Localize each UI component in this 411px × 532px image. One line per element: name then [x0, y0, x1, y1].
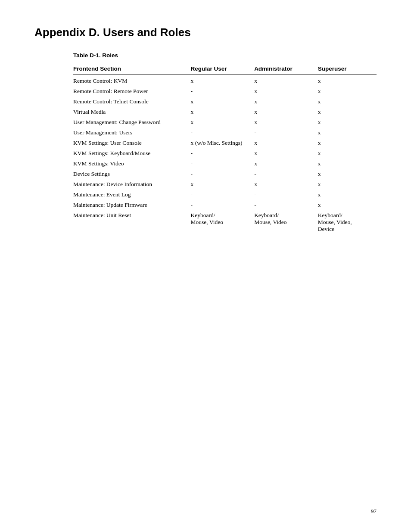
table-cell: x: [318, 179, 377, 190]
table-row: Virtual Mediaxxx: [73, 107, 377, 117]
table-cell: x: [254, 179, 318, 190]
table-cell: User Management: Change Password: [73, 117, 191, 128]
table-cell: x: [191, 96, 255, 107]
table-cell: KVM Settings: Video: [73, 159, 191, 169]
table-row: Maintenance: Event Log--x: [73, 190, 377, 200]
table-cell: x (w/o Misc. Settings): [191, 138, 255, 148]
table-cell: x: [254, 107, 318, 117]
table-cell: -: [191, 86, 255, 96]
table-cell: x: [254, 96, 318, 107]
table-cell: Maintenance: Device Information: [73, 179, 191, 190]
table-cell: x: [318, 138, 377, 148]
col-header-superuser: Superuser: [318, 64, 377, 75]
table-cell: x: [318, 148, 377, 159]
table-cell: -: [191, 148, 255, 159]
table-cell: x: [318, 169, 377, 179]
table-row: KVM Settings: Video-xx: [73, 159, 377, 169]
table-row: Maintenance: Unit ResetKeyboard/Mouse, V…: [73, 210, 377, 234]
table-cell: -: [191, 128, 255, 138]
table-cell: -: [254, 190, 318, 200]
table-cell: x: [254, 159, 318, 169]
page-number: 97: [371, 508, 377, 515]
table-row: KVM Settings: User Consolex (w/o Misc. S…: [73, 138, 377, 148]
table-cell: User Management: Users: [73, 128, 191, 138]
table-row: Remote Control: Remote Power-xx: [73, 86, 377, 96]
table-cell: x: [318, 86, 377, 96]
table-cell: x: [318, 96, 377, 107]
table-caption: Table D-1. Roles: [73, 52, 377, 59]
table-cell: x: [254, 75, 318, 87]
table-cell: x: [318, 107, 377, 117]
table-cell: Maintenance: Update Firmware: [73, 200, 191, 210]
table-row: Maintenance: Update Firmware--x: [73, 200, 377, 210]
table-cell: -: [191, 169, 255, 179]
table-cell: -: [254, 169, 318, 179]
col-header-administrator: Administrator: [254, 64, 318, 75]
table-cell: x: [191, 107, 255, 117]
col-header-frontend: Frontend Section: [73, 64, 191, 75]
table-cell: KVM Settings: Keyboard/Mouse: [73, 148, 191, 159]
table-cell: Device Settings: [73, 169, 191, 179]
table-row: Device Settings--x: [73, 169, 377, 179]
table-cell: Maintenance: Event Log: [73, 190, 191, 200]
table-cell: Remote Control: Remote Power: [73, 86, 191, 96]
table-cell: Keyboard/Mouse, Video: [191, 210, 255, 234]
table-cell: Keyboard/Mouse, Video: [254, 210, 318, 234]
table-cell: x: [318, 190, 377, 200]
table-cell: x: [318, 75, 377, 87]
table-cell: Keyboard/Mouse, Video,Device: [318, 210, 377, 234]
table-row: Remote Control: Telnet Consolexxx: [73, 96, 377, 107]
table-cell: x: [191, 117, 255, 128]
table-cell: -: [254, 128, 318, 138]
table-row: Maintenance: Device Informationxxx: [73, 179, 377, 190]
table-cell: Virtual Media: [73, 107, 191, 117]
table-row: User Management: Users--x: [73, 128, 377, 138]
table-cell: Maintenance: Unit Reset: [73, 210, 191, 234]
table-cell: x: [318, 200, 377, 210]
table-cell: Remote Control: Telnet Console: [73, 96, 191, 107]
page-container: Appendix D. Users and Roles Table D-1. R…: [0, 0, 411, 260]
table-cell: -: [191, 190, 255, 200]
table-cell: -: [191, 200, 255, 210]
table-cell: x: [318, 117, 377, 128]
roles-table: Frontend Section Regular User Administra…: [73, 64, 377, 234]
table-cell: x: [191, 179, 255, 190]
table-row: User Management: Change Passwordxxx: [73, 117, 377, 128]
table-cell: x: [254, 148, 318, 159]
table-row: Remote Control: KVMxxx: [73, 75, 377, 87]
table-cell: x: [318, 159, 377, 169]
table-cell: Remote Control: KVM: [73, 75, 191, 87]
table-header-row: Frontend Section Regular User Administra…: [73, 64, 377, 75]
table-cell: x: [254, 117, 318, 128]
table-cell: -: [254, 200, 318, 210]
table-cell: x: [254, 138, 318, 148]
table-cell: x: [254, 86, 318, 96]
table-cell: x: [191, 75, 255, 87]
table-cell: -: [191, 159, 255, 169]
table-cell: x: [318, 128, 377, 138]
col-header-regular-user: Regular User: [191, 64, 255, 75]
table-row: KVM Settings: Keyboard/Mouse-xx: [73, 148, 377, 159]
page-title: Appendix D. Users and Roles: [34, 26, 377, 39]
table-cell: KVM Settings: User Console: [73, 138, 191, 148]
